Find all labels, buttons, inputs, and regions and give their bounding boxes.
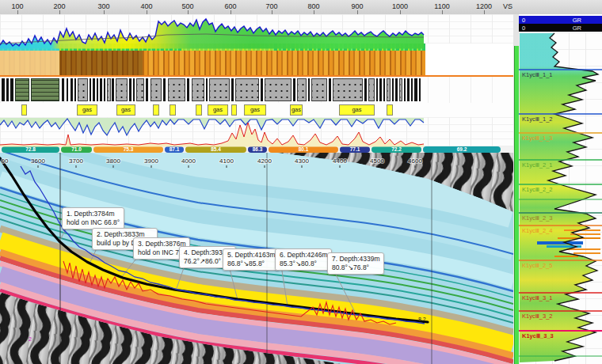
annotation-detail: 80.8°↘76.8° xyxy=(332,264,379,272)
gas-marker xyxy=(21,104,27,116)
formation-label: K1ycⅢ_1_3 xyxy=(522,135,553,142)
gas-show-track[interactable]: gasgasgasgasgasgas xyxy=(0,103,513,117)
litho-block-bar xyxy=(129,78,131,101)
litho-block-bar xyxy=(379,78,382,101)
gas-marker xyxy=(387,104,393,116)
litho-block-green xyxy=(15,78,29,101)
formation-label: K1ycⅢ_1_1 xyxy=(522,71,553,78)
ruler-tick-1000: 1000 xyxy=(392,2,408,10)
ruler-tick-100: 100 xyxy=(11,2,23,10)
litho-block-bar xyxy=(104,78,105,101)
ruler-tick-600: 600 xyxy=(224,2,236,10)
svg-text:4300: 4300 xyxy=(295,157,309,165)
svg-text:00: 00 xyxy=(2,157,9,165)
panel-divider[interactable] xyxy=(513,14,519,364)
litho-block-bar xyxy=(163,78,166,101)
litho-block-bar xyxy=(187,78,189,101)
seismic-section[interactable]: 8.22003600370038003900400041004200430044… xyxy=(0,153,513,364)
gr-header-blue[interactable]: 0 GR xyxy=(519,16,602,24)
ruler-tick-300: 300 xyxy=(97,2,109,10)
litho-block-bar xyxy=(411,78,413,101)
formation-label: K1ycⅢ_2_4 xyxy=(522,227,553,234)
annotation-callout-1[interactable]: 1. Depth:3784mhold on INC 66.8° xyxy=(62,207,124,229)
geosteering-app: 100200300400500600700800900100011001200V… xyxy=(0,0,602,364)
gas-label: gas xyxy=(208,104,228,116)
gas-marker xyxy=(231,104,237,116)
formation-label: K1ycⅢ_2_3 xyxy=(522,214,553,222)
litho-block-sand xyxy=(368,78,375,101)
formation-label: K1ycⅢ_1_2 xyxy=(522,116,553,123)
gr-header-min-2: 0 xyxy=(522,25,525,32)
angle-segment: 72.2 xyxy=(371,146,421,153)
litho-block-bar xyxy=(293,78,295,101)
vs-ruler[interactable]: 100200300400500600700800900100011001200V… xyxy=(0,0,602,15)
litho-block-sand xyxy=(311,78,327,101)
annotation-callout-6[interactable]: 6. Depth:4246m85.3°↘80.8° xyxy=(275,248,332,271)
annotation-callout-5[interactable]: 5. Depth:4163m86.8°↘85.8° xyxy=(223,248,280,271)
formation-label: K1ycⅢ_2_2 xyxy=(522,186,553,193)
litho-block-sand xyxy=(297,78,307,101)
litho-block-sand xyxy=(399,78,402,101)
litho-block-sand xyxy=(116,78,128,101)
annotation-detail: 85.3°↘80.8° xyxy=(280,260,327,268)
ruler-tick-900: 900 xyxy=(351,2,363,10)
litho-block-bar xyxy=(419,78,421,101)
ruler-tick-1200: 1200 xyxy=(476,2,492,10)
formation-label: K1ycⅢ_3_3 xyxy=(522,332,554,339)
gas-label: gas xyxy=(290,104,303,116)
ruler-tick-1100: 1100 xyxy=(434,2,449,10)
gr-header-min: 0 xyxy=(522,17,525,24)
litho-block-bar xyxy=(407,78,410,101)
annotation-depth: 6. Depth:4246m xyxy=(280,251,327,260)
gr-header-title: GR xyxy=(573,17,581,24)
litho-block-sand xyxy=(78,78,88,101)
litho-block-sand xyxy=(235,78,259,101)
angle-segment: 69.2 xyxy=(423,146,501,153)
res-band-dark-zone xyxy=(59,51,143,75)
litho-block-sand xyxy=(387,78,391,101)
gr-band-yellow-zone xyxy=(182,44,273,51)
angle-segment: 85.4 xyxy=(185,146,246,153)
litho-block-bar xyxy=(133,78,135,101)
lithology-track[interactable] xyxy=(0,75,513,104)
litho-block-sand xyxy=(209,78,230,101)
litho-block-bar xyxy=(97,78,98,101)
svg-text:8.2: 8.2 xyxy=(418,317,426,322)
ruler-tick-200: 200 xyxy=(53,2,65,10)
annotation-depth: 5. Depth:4163m xyxy=(227,251,275,260)
gr-header-black[interactable]: 0 GR xyxy=(519,24,602,32)
litho-block-bar xyxy=(414,78,417,101)
litho-block-bar xyxy=(392,78,394,101)
litho-block-bar xyxy=(74,78,76,101)
gas-label: gas xyxy=(116,104,135,116)
resistivity-color-band-track[interactable] xyxy=(0,51,425,75)
annotation-callout-7[interactable]: 7. Depth:4339m80.8°↘76.8° xyxy=(327,252,384,275)
svg-text:3800: 3800 xyxy=(106,157,120,165)
litho-block-bar xyxy=(2,78,5,101)
formation-label: K1ycⅢ_3_1 xyxy=(522,294,553,301)
litho-block-bar xyxy=(206,78,208,101)
gr-color-band-track[interactable] xyxy=(0,44,425,51)
type-well-gr-log[interactable]: K1ycⅢ_1_1K1ycⅢ_1_2K1ycⅢ_1_3K1ycⅢ_2_1K1yc… xyxy=(519,32,602,364)
angle-segment: 86.3 xyxy=(248,146,267,153)
svg-text:4200: 4200 xyxy=(257,157,272,165)
angle-segment: 87.1 xyxy=(165,146,184,153)
resistivity-gr-log-track[interactable] xyxy=(0,117,513,146)
litho-block-sand xyxy=(333,78,363,101)
ruler-tick-400: 400 xyxy=(140,2,152,10)
litho-block-sand xyxy=(168,78,185,101)
litho-block-bar xyxy=(62,78,64,101)
svg-text:4000: 4000 xyxy=(181,157,196,165)
litho-block-bar xyxy=(6,78,9,101)
ruler-tick-700: 700 xyxy=(265,2,277,10)
litho-block-bar xyxy=(90,78,91,101)
annotation-detail: hold on INC 66.8° xyxy=(67,218,120,227)
litho-block-bar xyxy=(329,78,331,101)
litho-block-bar xyxy=(146,78,148,101)
annotation-depth: 1. Depth:3784m xyxy=(67,210,120,218)
litho-block-bar xyxy=(231,78,234,101)
svg-text:4500: 4500 xyxy=(370,157,384,165)
litho-block-green xyxy=(31,78,59,101)
annotation-detail: 86.8°↘85.8° xyxy=(227,260,275,268)
gr-curve-track[interactable] xyxy=(0,14,513,44)
